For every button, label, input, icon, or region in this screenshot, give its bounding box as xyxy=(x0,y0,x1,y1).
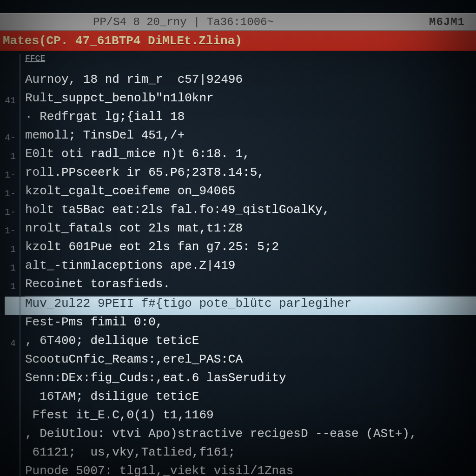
log-line: · Redfrgat lg;{iall 18 xyxy=(5,110,476,128)
section-header: FFCE xyxy=(5,54,476,73)
log-line: 1alt_-tinmlaceptions ape.Z|419 xyxy=(5,258,476,277)
log-text: Senn:DEx:fig_Cuds:,eat.6 lasSerudity xyxy=(25,371,286,385)
section-header-text: FFCE xyxy=(25,54,45,63)
log-text: Fest-Pms fimil 0:0, xyxy=(25,315,163,329)
highlight-text: Muv_2ul22 9PEII f#{tigo pote_blütc parle… xyxy=(25,297,351,311)
log-text: Aurnoy, 18 nd rim_r c57|92496 xyxy=(25,73,243,86)
gutter: 1- xyxy=(5,184,20,203)
log-line: Punode 5007: tlg1l,_viekt visil/1Znas xyxy=(5,464,476,476)
log-line: ScootuCnfic_Reams:,erel_PAS:CA xyxy=(5,352,476,371)
log-text: memoll; TinsDel 451,/+ xyxy=(25,128,185,142)
log-text: , 6T400; dellique teticE xyxy=(25,334,199,348)
terminal-screen: PP/S4 8 20_rny | Ta36:1006~ M6JM1 Mates(… xyxy=(0,0,476,476)
gutter xyxy=(5,73,20,91)
log-line: 1-kzolt_cgalt_coeifeme on_94065 xyxy=(5,184,476,203)
gutter: 1- xyxy=(5,203,20,221)
log-line: 1-holt ta5Bac eat:2ls fal.fo:49_qistlGoa… xyxy=(5,203,476,221)
title-status: M6JM1 xyxy=(429,16,465,28)
log-line: Fest-Pms fimil 0:0, xyxy=(5,315,476,334)
gutter xyxy=(5,315,20,334)
log-text: 16TAM; dsiligue teticE xyxy=(25,390,199,403)
log-line: 1-roll.PPsceerk ir 65.P6;23T8.14:5, xyxy=(5,165,476,184)
gutter: 4 xyxy=(5,334,20,352)
log-text: , DeiUtlou: vtvi Apo)stractive recigesD … xyxy=(25,427,417,441)
error-text: Mates(CP. 47_61BTP4 DiMLEt.Zlina) xyxy=(3,34,242,48)
log-text: 61121; us,vky,Tatlied,f161; xyxy=(25,445,235,459)
gutter xyxy=(5,464,20,476)
log-text: kzolt_cgalt_coeifeme on_94065 xyxy=(25,184,235,198)
gutter xyxy=(5,408,20,427)
log-text: · Redfrgat lg;{iall 18 xyxy=(25,110,185,124)
terminal-content[interactable]: FFCE Aurnoy, 18 nd rim_r c57|92496 41Rul… xyxy=(0,51,476,476)
log-line: Ffest it_E.C,0(1) t1,1169 xyxy=(5,408,476,427)
log-line: 1Recoinet torasfieds. xyxy=(5,277,476,296)
gutter xyxy=(5,54,20,73)
title-text: PP/S4 8 20_rny | Ta36:1006~ xyxy=(93,16,274,28)
log-text: Recoinet torasfieds. xyxy=(25,277,170,291)
log-line: 4-memoll; TinsDel 451,/+ xyxy=(5,128,476,147)
gutter xyxy=(5,427,20,445)
log-text: kzolt 601Pue eot 2ls fan g7.25: 5;2 xyxy=(25,240,279,254)
log-text: Ffest it_E.C,0(1) t1,1169 xyxy=(25,408,214,422)
log-line: 1E0lt oti radl_mice n)t 6:18. 1, xyxy=(5,147,476,165)
log-text: Rult_suppct_benolb"n1l0knr xyxy=(25,91,214,105)
gutter: 1- xyxy=(5,165,20,184)
gutter xyxy=(5,390,20,408)
window-titlebar: PP/S4 8 20_rny | Ta36:1006~ M6JM1 xyxy=(0,13,476,31)
gutter xyxy=(5,445,20,464)
log-line: 4, 6T400; dellique teticE xyxy=(5,334,476,352)
log-line: 16TAM; dsiligue teticE xyxy=(5,390,476,408)
gutter: 1 xyxy=(5,147,20,165)
error-banner: Mates(CP. 47_61BTP4 DiMLEt.Zlina) xyxy=(0,31,476,51)
log-text: alt_-tinmlaceptions ape.Z|419 xyxy=(25,258,235,272)
gutter xyxy=(5,371,20,390)
gutter: 41 xyxy=(5,91,20,110)
log-line: Aurnoy, 18 nd rim_r c57|92496 xyxy=(5,73,476,91)
gutter xyxy=(5,110,20,128)
gutter: 4- xyxy=(5,128,20,147)
log-line: 1-nrolt_fatals cot 2ls mat,t1:Z8 xyxy=(5,221,476,240)
current-line-highlight[interactable]: Muv_2ul22 9PEII f#{tigo pote_blütc parle… xyxy=(5,297,476,315)
log-text: ScootuCnfic_Reams:,erel_PAS:CA xyxy=(25,352,243,366)
log-line: 41Rult_suppct_benolb"n1l0knr xyxy=(5,91,476,110)
gutter xyxy=(5,352,20,371)
gutter: 1 xyxy=(5,277,20,296)
log-line: 61121; us,vky,Tatlied,f161; xyxy=(5,445,476,464)
gutter: 1- xyxy=(5,221,20,240)
log-text: holt ta5Bac eat:2ls fal.fo:49_qistlGoalK… xyxy=(25,203,330,217)
log-line: , DeiUtlou: vtvi Apo)stractive recigesD … xyxy=(5,427,476,445)
log-text: E0lt oti radl_mice n)t 6:18. 1, xyxy=(25,147,250,161)
log-text: roll.PPsceerk ir 65.P6;23T8.14:5, xyxy=(25,165,264,179)
log-text: Punode 5007: tlg1l,_viekt visil/1Znas xyxy=(25,464,293,476)
gutter: 1 xyxy=(5,240,20,258)
gutter xyxy=(5,297,20,315)
log-text: nrolt_fatals cot 2ls mat,t1:Z8 xyxy=(25,221,243,235)
gutter: 1 xyxy=(5,258,20,277)
log-line: Senn:DEx:fig_Cuds:,eat.6 lasSerudity xyxy=(5,371,476,390)
log-line: 1kzolt 601Pue eot 2ls fan g7.25: 5;2 xyxy=(5,240,476,258)
